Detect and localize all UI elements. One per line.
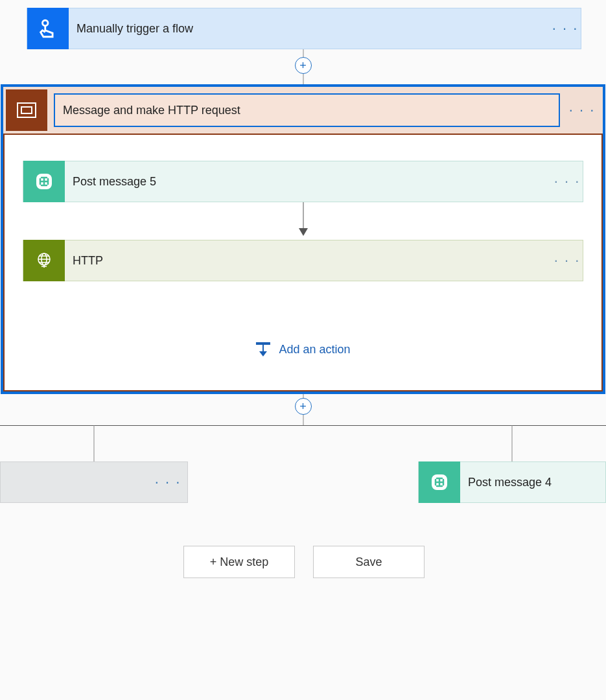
branch-right-label: Post message 4: [460, 476, 605, 489]
branch-left-more-button[interactable]: · · ·: [148, 474, 187, 491]
new-step-button[interactable]: + New step: [183, 546, 295, 578]
step-post-message-5[interactable]: Post message 5 · · ·: [23, 161, 583, 202]
add-action-label: Add an action: [279, 343, 350, 356]
step-more-button[interactable]: · · ·: [552, 252, 583, 269]
step-more-button[interactable]: · · ·: [552, 173, 583, 190]
add-step-button-bottom[interactable]: +: [295, 398, 312, 415]
scope-header[interactable]: · · ·: [3, 87, 603, 134]
svg-point-0: [43, 20, 49, 26]
branch-step-left[interactable]: · · ·: [0, 461, 188, 503]
globe-icon: [23, 240, 65, 281]
step-http[interactable]: HTTP · · ·: [23, 240, 583, 281]
trigger-step[interactable]: Manually trigger a flow · · ·: [27, 8, 581, 49]
branch-step-post-message-4[interactable]: Post message 4: [418, 461, 606, 503]
connector-line: [512, 425, 513, 461]
scope-icon: [6, 89, 47, 131]
connector-line: [303, 74, 303, 84]
svg-rect-1: [17, 103, 36, 117]
touch-icon: [27, 8, 69, 49]
slack-icon: [419, 461, 460, 503]
trigger-more-button[interactable]: · · ·: [550, 20, 581, 37]
connector-line: [303, 415, 303, 425]
scope-container[interactable]: · · · Post message 5 · · ·: [1, 84, 605, 394]
insert-icon: [255, 342, 270, 356]
slack-icon: [23, 161, 65, 202]
arrow-down-icon: [299, 228, 308, 236]
scope-body: Post message 5 · · · HTTP · · · Add an a…: [3, 134, 603, 391]
branch-line: [0, 425, 606, 426]
svg-rect-2: [21, 107, 32, 113]
add-action-button[interactable]: Add an action: [255, 342, 350, 356]
trigger-title: Manually trigger a flow: [69, 22, 550, 36]
save-button[interactable]: Save: [313, 546, 425, 578]
step-label: HTTP: [65, 254, 552, 268]
connector-line: [94, 425, 95, 461]
connector-line: [303, 202, 303, 228]
scope-title-input[interactable]: [54, 93, 560, 127]
scope-more-button[interactable]: · · ·: [566, 102, 598, 119]
step-label: Post message 5: [65, 175, 552, 189]
add-step-button-top[interactable]: +: [295, 57, 312, 74]
